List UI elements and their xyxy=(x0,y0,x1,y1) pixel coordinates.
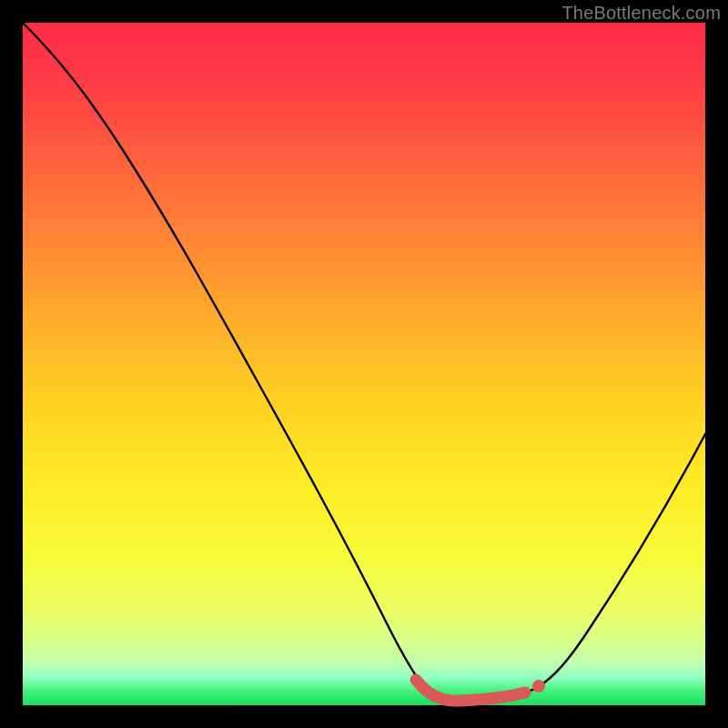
curve-layer xyxy=(23,23,705,705)
attribution-text: TheBottleneck.com xyxy=(561,3,721,24)
bottleneck-curve xyxy=(23,23,705,701)
chart-frame: TheBottleneck.com xyxy=(0,0,728,728)
marker-dot xyxy=(532,680,545,693)
gradient-plot-area xyxy=(23,23,705,705)
optimal-range-highlight xyxy=(416,680,525,701)
